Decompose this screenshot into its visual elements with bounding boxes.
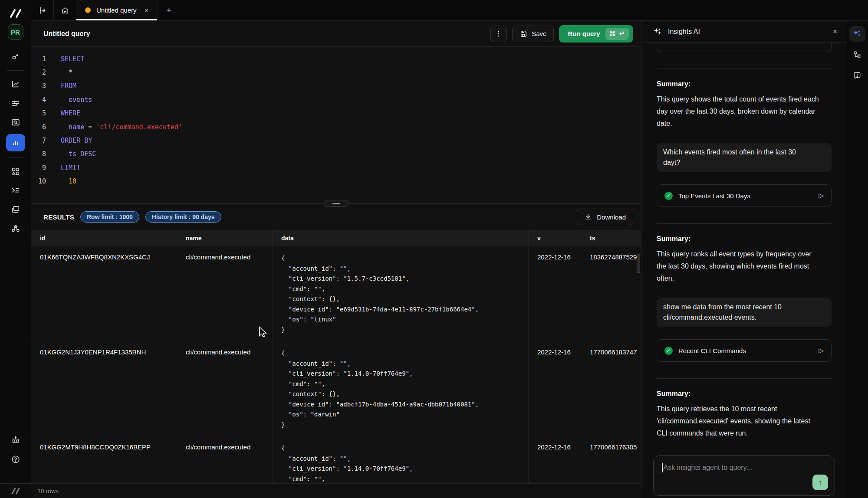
- tab-untitled-query[interactable]: Untitled query ×: [76, 0, 158, 20]
- line-number: 8: [31, 150, 46, 158]
- sql-editor[interactable]: 1SELECT 2 * 3FROM 4 events 5WHERE 6 name…: [31, 47, 641, 204]
- left-sidebar: PR: [0, 0, 31, 498]
- history-limit-badge[interactable]: History limit : 90 days: [145, 211, 221, 223]
- run-query-label: Run query: [568, 30, 600, 37]
- new-tab-button[interactable]: +: [158, 0, 180, 20]
- check-icon: ✓: [664, 192, 673, 200]
- code-token: LIMIT: [61, 164, 80, 172]
- row-limit-badge[interactable]: Row limit : 1000: [80, 211, 139, 223]
- cell-name: cli/command.executed: [177, 341, 273, 436]
- save-label: Save: [532, 30, 546, 37]
- home-icon[interactable]: [54, 0, 76, 20]
- mouse-cursor: [258, 326, 267, 338]
- table-row[interactable]: 01KGG2MT9H8H8CCDQ0ZK16BEPP cli/command.e…: [31, 436, 641, 483]
- query-search-icon[interactable]: [6, 115, 25, 130]
- tab-bar: Untitled query × +: [31, 0, 868, 21]
- line-number: 10: [31, 177, 46, 185]
- insights-close-icon[interactable]: ×: [833, 27, 837, 36]
- tab-label: Untitled query: [96, 7, 137, 14]
- code-line: 5WHERE: [31, 107, 641, 120]
- results-toolbar: RESULTS Row limit : 1000 History limit :…: [31, 204, 641, 230]
- cell-id: 01KGG2N1J3Y0ENP1R4F1335BNH: [31, 341, 177, 436]
- sessions-icon[interactable]: [6, 202, 25, 217]
- ask-placeholder: Ask insights agent to query...: [664, 464, 752, 472]
- webhooks-icon[interactable]: [6, 221, 25, 236]
- query-action-card[interactable]: ✓ Recent CLI Commands ▷: [657, 339, 832, 362]
- splitter-handle[interactable]: [324, 200, 349, 207]
- sidebar-expand-icon[interactable]: [31, 0, 54, 20]
- cell-data: { "account_id": "", "cli_version": "1.14…: [273, 341, 529, 436]
- line-number: 2: [31, 69, 46, 76]
- insights-panel: Insights AI × Summary: This query shows …: [641, 21, 847, 498]
- user-avatar[interactable]: PR: [8, 24, 23, 40]
- cell-v: 2022-12-16: [529, 436, 581, 483]
- play-icon[interactable]: ▷: [819, 347, 824, 354]
- check-icon: ✓: [664, 347, 673, 355]
- line-number: 7: [31, 137, 46, 144]
- code-token: ORDER BY: [61, 137, 92, 144]
- line-number: 3: [31, 82, 46, 90]
- line-number: 9: [31, 164, 46, 172]
- components-icon[interactable]: [6, 164, 25, 179]
- charts-icon[interactable]: [6, 77, 25, 92]
- right-icon-strip: [847, 21, 867, 498]
- help-icon[interactable]: [6, 452, 25, 467]
- download-button[interactable]: Download: [577, 209, 633, 225]
- ask-input[interactable]: Ask insights agent to query... ↑: [653, 455, 835, 496]
- assistant-robot-icon[interactable]: [6, 433, 25, 448]
- code-line: 6 name = 'cli/command.executed': [31, 120, 641, 134]
- more-options-button[interactable]: [490, 26, 507, 42]
- code-line: 4 events: [31, 93, 641, 106]
- code-token: FROM: [61, 82, 76, 90]
- table-row[interactable]: 01K66TQNZA3WFBQ8XN2KXSG4CJ cli/command.e…: [31, 246, 641, 341]
- user-message: show me data from the most recent 10 cli…: [657, 298, 832, 327]
- summary-title: Summary:: [657, 80, 832, 88]
- line-number: 1: [31, 55, 46, 63]
- play-icon[interactable]: ▷: [819, 192, 824, 200]
- cell-data: { "account_id": "", "cli_version": "1.5.…: [273, 246, 529, 341]
- send-button[interactable]: ↑: [812, 475, 828, 490]
- results-table: id name data v ts 01K66TQNZA3WFBQ8XN2KXS…: [31, 230, 641, 483]
- column-header-data[interactable]: data: [273, 230, 529, 246]
- table-scrollbar[interactable]: [637, 254, 640, 273]
- cmd-icon: ⌘: [609, 29, 616, 38]
- code-line: 8 ts DESC: [31, 147, 641, 161]
- column-header-v[interactable]: v: [529, 230, 581, 246]
- code-token: WHERE: [61, 109, 80, 117]
- code-token: =: [84, 123, 96, 131]
- table-row[interactable]: 01KGG2N1J3Y0ENP1R4F1335BNH cli/command.e…: [31, 341, 641, 436]
- app-logo-icon: [6, 5, 25, 22]
- insights-ai-tab-icon[interactable]: [849, 26, 865, 42]
- feedback-icon[interactable]: [849, 68, 865, 83]
- code-token: [76, 150, 80, 158]
- summary-text: This query shows the total count of even…: [657, 93, 832, 130]
- column-header-id[interactable]: id: [31, 230, 177, 246]
- download-icon: [584, 213, 592, 221]
- column-header-ts[interactable]: ts: [581, 230, 641, 246]
- cell-ts: 1770066176305: [581, 436, 641, 483]
- tab-close-icon[interactable]: ×: [145, 7, 149, 14]
- partial-card: [657, 43, 832, 52]
- line-number: 5: [31, 109, 46, 117]
- code-token: *: [61, 69, 72, 76]
- cell-id: 01KGG2MT9H8H8CCDQ0ZK16BEPP: [31, 436, 177, 483]
- results-label: RESULTS: [43, 213, 74, 221]
- filters-icon[interactable]: [6, 96, 25, 111]
- column-header-name[interactable]: name: [177, 230, 273, 246]
- sidebar-divider: [7, 157, 24, 158]
- run-query-button[interactable]: Run query ⌘ ↵: [559, 25, 633, 43]
- save-icon: [519, 30, 527, 38]
- insights-header: Insights AI ×: [641, 21, 847, 43]
- insights-divider: [657, 69, 832, 69]
- enter-icon: ↵: [619, 29, 625, 38]
- terminal-icon[interactable]: [6, 183, 25, 198]
- sql-query-icon-active[interactable]: [6, 134, 25, 151]
- save-button[interactable]: Save: [512, 26, 554, 42]
- schema-tree-icon[interactable]: [849, 47, 865, 62]
- insights-scroll: Summary: This query shows the total coun…: [641, 43, 847, 449]
- api-keys-icon[interactable]: [6, 49, 25, 64]
- status-bar: 10 rows: [31, 483, 641, 498]
- query-action-card[interactable]: ✓ Top Events Last 30 Days ▷: [657, 184, 832, 207]
- sidebar-divider: [7, 70, 24, 71]
- summary-text: This query retrieves the 10 most recent …: [657, 403, 832, 439]
